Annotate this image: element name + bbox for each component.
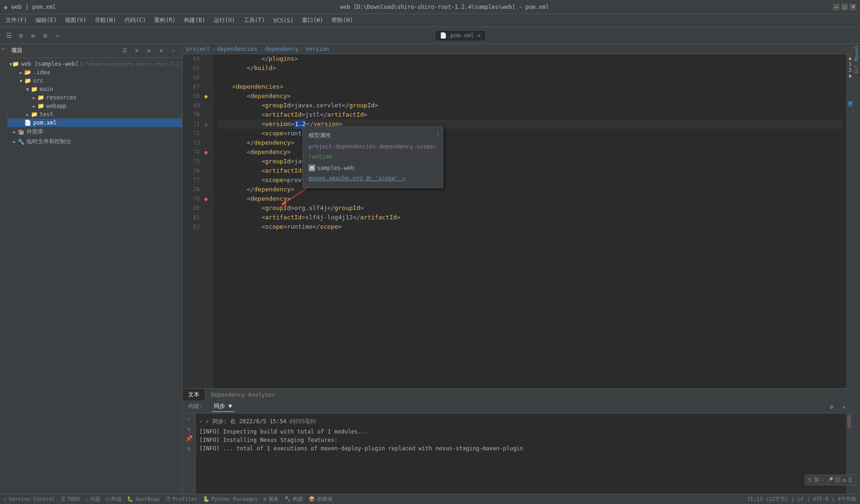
- tree-arrow-temp[interactable]: ►: [11, 139, 18, 144]
- build-settings-icon[interactable]: ⚙: [826, 402, 837, 412]
- menu-vcs[interactable]: VCS(S): [269, 16, 297, 25]
- build-scrollbar[interactable]: [847, 414, 851, 428]
- tree-arrow-external[interactable]: ►: [11, 129, 18, 134]
- tree-arrow-webapp[interactable]: ►: [31, 104, 37, 109]
- tree-item-idea[interactable]: ► 📂 .idea: [7, 68, 182, 77]
- build-close-icon[interactable]: ✕: [839, 402, 849, 412]
- tree-item-main[interactable]: ▼ 📁 main: [7, 85, 182, 93]
- menu-window[interactable]: 窗口(W): [298, 15, 327, 25]
- sidebar-icon-settings[interactable]: ⚙: [156, 46, 166, 56]
- menu-navigate[interactable]: 导航(N): [91, 15, 120, 25]
- ime-mic[interactable]: 🎤: [826, 477, 833, 483]
- close-button[interactable]: ✕: [850, 4, 856, 10]
- tooltip-project-icon: 🏠: [309, 165, 315, 171]
- left-bar-icon-1[interactable]: ▶: [2, 46, 5, 51]
- menu-tools[interactable]: 工具(T): [240, 15, 269, 25]
- code-content[interactable]: </plugins> </build> <dependencies> <depe…: [214, 54, 846, 388]
- gutter-error-79: ●: [204, 196, 208, 202]
- sidebar-icon-1[interactable]: ☰: [120, 46, 130, 56]
- status-build[interactable]: 🔨 构建: [284, 496, 303, 503]
- menu-refactor[interactable]: 重构(R): [150, 15, 179, 25]
- tree-item-test[interactable]: ► 📁 test: [7, 110, 182, 119]
- toolbar-icon-3[interactable]: ⇄: [28, 30, 38, 41]
- ime-settings[interactable]: ⚙: [843, 477, 846, 483]
- tab-dependency-analyzer[interactable]: Dependency Analyzer: [205, 390, 281, 400]
- tooltip-kebab-menu[interactable]: ⋮: [435, 129, 441, 138]
- tree-item-resources[interactable]: ► 📁 resources: [7, 93, 182, 102]
- breadcrumb-version[interactable]: version: [305, 46, 329, 52]
- toolbar-settings[interactable]: ⚙: [40, 30, 50, 41]
- tree-arrow-test[interactable]: ►: [24, 112, 31, 117]
- tree-item-src[interactable]: ▼ 📁 src: [7, 77, 182, 85]
- tree-label-resources: resources: [46, 94, 77, 101]
- build-refresh-icon[interactable]: ↻: [187, 425, 191, 432]
- tab-text[interactable]: 文本: [183, 389, 205, 400]
- version-control-label: Version Control: [9, 496, 55, 502]
- breadcrumb-dependencies[interactable]: dependencies: [217, 46, 258, 52]
- console-icon: 🔧: [18, 139, 25, 145]
- tree-item-root[interactable]: ▼ 📁 web [samples-web] D:\Download\shiro-…: [7, 60, 182, 68]
- minimize-button[interactable]: ─: [833, 4, 839, 10]
- tree-item-pomxml[interactable]: ► 📄 pom.xml: [7, 119, 182, 127]
- status-version-control[interactable]: ✓ Version Control: [4, 496, 55, 502]
- code-editor[interactable]: 64 65 66 67 68 69 70 71 72 73 74 75 76 7…: [183, 54, 853, 388]
- status-terminal[interactable]: □ 终端: [106, 496, 121, 503]
- tooltip-link-row[interactable]: maven.apache.org 的 'scope' →: [309, 174, 437, 183]
- window-controls: ─ □ ✕: [833, 4, 856, 10]
- build-pin-icon[interactable]: 📌: [185, 435, 193, 442]
- status-todo[interactable]: ☰ TODO: [61, 496, 80, 502]
- maximize-button[interactable]: □: [841, 4, 848, 10]
- tree-item-external-libs[interactable]: ► 📚 外部库: [7, 127, 182, 137]
- menu-edit[interactable]: 编辑(E): [32, 15, 61, 25]
- right-scroll-gutter[interactable]: ▲ 1 3 ▼ M: [846, 54, 853, 388]
- gutter-error-74: ●: [204, 149, 208, 155]
- tree-label-pomxml: pom.xml: [33, 119, 57, 126]
- ime-lang[interactable]: 英: [814, 476, 819, 484]
- sidebar-icon-2[interactable]: ≡: [132, 46, 142, 56]
- toolbar-icon-2[interactable]: ≡: [16, 30, 26, 41]
- spotbugs-label: SpotBugs: [135, 496, 160, 502]
- problems-label: 问题: [90, 496, 100, 503]
- scroll-down-arrow[interactable]: ▼: [848, 73, 852, 79]
- toolbar-minus[interactable]: −: [52, 30, 63, 41]
- bottom-editor-tabs: 文本 Dependency Analyzer: [183, 388, 853, 400]
- status-profiler[interactable]: ⏱ Profiler: [166, 496, 197, 502]
- menu-run[interactable]: 运行(U): [210, 15, 239, 25]
- maven-panel-label[interactable]: Maven: [853, 46, 860, 61]
- ime-separator-2: 回: [835, 476, 841, 484]
- status-spotbugs[interactable]: 🐛 SpotBugs: [127, 496, 160, 502]
- build-filter-icon[interactable]: ⚖: [187, 445, 191, 452]
- breadcrumb-project[interactable]: project: [186, 46, 210, 52]
- status-dependencies[interactable]: 📦 依赖项: [309, 496, 332, 503]
- sidebar-icon-3[interactable]: ⇄: [144, 46, 154, 56]
- status-services[interactable]: ⚙ 服务: [263, 496, 279, 503]
- dependencies-label: 依赖项: [317, 496, 332, 503]
- tree-item-webapp[interactable]: ► 📁 webapp: [7, 102, 182, 110]
- git-panel-label[interactable]: Git: [854, 65, 859, 73]
- dependencies-icon: 📦: [309, 496, 315, 502]
- sidebar-icon-minus[interactable]: −: [168, 46, 178, 56]
- menu-view[interactable]: 视图(V): [61, 15, 90, 25]
- tree-arrow-src[interactable]: ▼: [18, 78, 24, 84]
- menu-code[interactable]: 代码(C): [121, 15, 150, 25]
- tooltip-icon-label: samples-web: [317, 163, 354, 173]
- tree-arrow-idea[interactable]: ►: [18, 70, 24, 75]
- tree-arrow-resources[interactable]: ►: [31, 95, 37, 100]
- tooltip-link[interactable]: maven.apache.org 的 'scope' →: [309, 174, 405, 183]
- menu-file[interactable]: 文件(F): [2, 15, 31, 25]
- menu-help[interactable]: 帮助(H): [328, 15, 357, 25]
- build-tab-sync[interactable]: 同步 ▼: [212, 401, 233, 412]
- status-python-packages[interactable]: 🐍 Python Packages: [203, 496, 258, 502]
- gutter-lightbulb-71[interactable]: ⚠: [204, 121, 208, 127]
- tree-item-temp[interactable]: ► 🔧 临时文件和控制台: [7, 137, 182, 147]
- sync-success-icon[interactable]: ✓: [187, 415, 191, 422]
- menu-build[interactable]: 构建(B): [180, 15, 209, 25]
- build-tab-build[interactable]: 构建:: [186, 401, 204, 412]
- breadcrumb-dependency[interactable]: dependency: [265, 46, 298, 52]
- status-bar: ✓ Version Control ☰ TODO ⚠ 问题 □ 终端 🐛 Spo…: [0, 494, 860, 504]
- tree-arrow-main[interactable]: ▼: [24, 87, 31, 92]
- status-problems[interactable]: ⚠ 问题: [85, 496, 100, 503]
- ime-expand[interactable]: ☰: [848, 477, 853, 483]
- tab-pom-xml[interactable]: 📄 pom.xml ✕: [435, 30, 486, 41]
- toolbar-icon-1[interactable]: ☰: [4, 30, 14, 41]
